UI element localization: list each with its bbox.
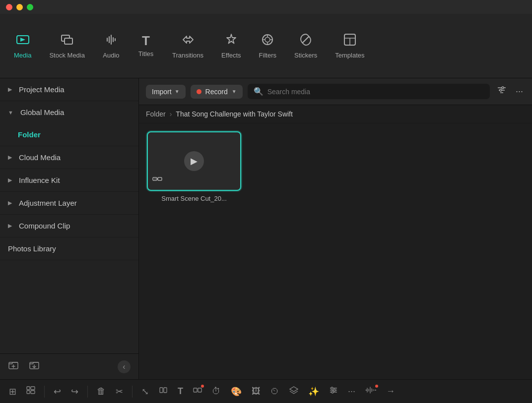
sidebar-section-cloud-media: ▶ Cloud Media bbox=[0, 146, 138, 169]
clock-icon[interactable]: ⏱ bbox=[209, 384, 224, 399]
collapse-icon: ‹ bbox=[123, 362, 125, 371]
filters-icon bbox=[261, 33, 274, 49]
adjust-icon[interactable] bbox=[326, 384, 341, 399]
import-chevron-icon: ▼ bbox=[175, 89, 180, 94]
right-arrow-icon[interactable]: → bbox=[383, 384, 398, 399]
sidebar-item-influence-kit[interactable]: ▶ Influence Kit bbox=[0, 169, 138, 191]
sidebar-item-project-media[interactable]: ▶ Project Media bbox=[0, 78, 138, 101]
grid-view-icon[interactable]: ⊞ bbox=[6, 384, 19, 399]
nav-item-stickers[interactable]: Stickers bbox=[285, 28, 326, 64]
record-button[interactable]: Record ▼ bbox=[191, 85, 243, 99]
sidebar-label-cloud-media: Cloud Media bbox=[19, 153, 61, 162]
nav-label-transitions: Transitions bbox=[172, 52, 203, 59]
sidebar-item-compound-clip[interactable]: ▶ Compound Clip bbox=[0, 215, 138, 237]
top-navigation: Media Stock Media Audio T Titles Transit… bbox=[0, 14, 532, 78]
transitions-icon bbox=[181, 33, 195, 49]
sidebar-section-compound-clip: ▶ Compound Clip bbox=[0, 215, 138, 237]
nav-label-audio: Audio bbox=[103, 52, 119, 59]
text-icon[interactable]: T bbox=[175, 384, 186, 399]
toolbar-right-actions: ··· bbox=[495, 83, 525, 100]
templates-icon bbox=[343, 33, 357, 49]
sidebar: ▶ Project Media ▼ Global Media Folder ▶ … bbox=[0, 78, 139, 379]
main-layout: ▶ Project Media ▼ Global Media Folder ▶ … bbox=[0, 78, 532, 379]
undo-icon[interactable]: ↩ bbox=[51, 384, 64, 399]
filter-icon[interactable] bbox=[495, 83, 509, 100]
stock-media-icon bbox=[60, 33, 74, 49]
svg-point-4 bbox=[265, 37, 270, 42]
scene-cut-icon bbox=[152, 173, 163, 187]
media-item-smart-scene-cut[interactable]: ▶ Smart Scene Cut_20... bbox=[147, 131, 241, 202]
separator-1 bbox=[44, 386, 45, 398]
image-icon[interactable]: 🖼 bbox=[249, 384, 264, 399]
sidebar-section-global-media: ▼ Global Media Folder bbox=[0, 101, 138, 146]
trash-icon[interactable]: 🗑 bbox=[94, 384, 109, 399]
breadcrumb-separator: › bbox=[170, 110, 172, 118]
nav-item-titles[interactable]: T Titles bbox=[129, 29, 163, 62]
nav-label-titles: Titles bbox=[138, 50, 154, 58]
sidebar-label-folder: Folder bbox=[18, 130, 41, 139]
sidebar-item-folder[interactable]: Folder bbox=[0, 123, 138, 146]
add-folder-icon[interactable] bbox=[8, 360, 19, 373]
separator-3 bbox=[132, 386, 133, 398]
sidebar-item-cloud-media[interactable]: ▶ Cloud Media bbox=[0, 146, 138, 169]
sidebar-section-adjustment-layer: ▶ Adjustment Layer bbox=[0, 192, 138, 215]
sidebar-section-photos-library: Photos Library bbox=[0, 237, 138, 260]
svg-point-26 bbox=[331, 387, 333, 389]
split-icon[interactable] bbox=[190, 384, 205, 399]
timer-icon[interactable]: ⏲ bbox=[267, 384, 282, 399]
import-button[interactable]: Import ▼ bbox=[146, 85, 186, 99]
layers-icon[interactable] bbox=[286, 384, 301, 399]
scissors-icon[interactable]: ✂ bbox=[113, 384, 126, 399]
nav-item-templates[interactable]: Templates bbox=[326, 28, 373, 64]
media-icon bbox=[16, 33, 30, 49]
breadcrumb-root[interactable]: Folder bbox=[146, 110, 166, 118]
svg-rect-18 bbox=[27, 387, 30, 390]
sidebar-item-photos-library[interactable]: Photos Library bbox=[0, 237, 138, 260]
arrow-icon-project-media: ▶ bbox=[8, 86, 12, 93]
svg-rect-24 bbox=[194, 388, 197, 392]
record-label: Record bbox=[205, 88, 228, 96]
group-icon[interactable] bbox=[156, 384, 171, 399]
svg-rect-2 bbox=[65, 38, 72, 44]
nav-label-stickers: Stickers bbox=[294, 52, 317, 59]
sidebar-section-influence-kit: ▶ Influence Kit bbox=[0, 169, 138, 192]
close-button[interactable] bbox=[6, 4, 12, 10]
maximize-button[interactable] bbox=[27, 4, 33, 10]
nav-item-stock-media[interactable]: Stock Media bbox=[40, 28, 94, 64]
nav-item-media[interactable]: Media bbox=[5, 28, 40, 64]
more-icon[interactable]: ··· bbox=[345, 384, 358, 399]
search-icon: 🔍 bbox=[254, 87, 264, 96]
svg-rect-20 bbox=[31, 387, 35, 390]
transform-icon[interactable]: ⤡ bbox=[138, 384, 152, 399]
nav-item-effects[interactable]: Effects bbox=[212, 28, 250, 64]
collapse-sidebar-button[interactable]: ‹ bbox=[118, 360, 131, 373]
arrow-icon-influence-kit: ▶ bbox=[8, 177, 12, 183]
nav-label-filters: Filters bbox=[259, 52, 276, 59]
waveform-icon[interactable] bbox=[362, 384, 379, 399]
bottom-toolbar: ⊞ ↩ ↪ 🗑 ✂ ⤡ T ⏱ 🎨 🖼 ⏲ ✨ bbox=[0, 379, 532, 403]
search-bar: 🔍 bbox=[248, 84, 490, 99]
svg-rect-19 bbox=[27, 391, 30, 394]
nav-label-stock-media: Stock Media bbox=[49, 52, 85, 59]
redo-icon[interactable]: ↪ bbox=[68, 384, 81, 399]
more-options-icon[interactable]: ··· bbox=[514, 84, 525, 99]
nav-label-templates: Templates bbox=[335, 52, 364, 59]
nav-item-audio[interactable]: Audio bbox=[94, 28, 129, 64]
sidebar-item-global-media[interactable]: ▼ Global Media bbox=[0, 101, 138, 123]
nav-item-filters[interactable]: Filters bbox=[250, 28, 285, 64]
sidebar-item-adjustment-layer[interactable]: ▶ Adjustment Layer bbox=[0, 192, 138, 214]
content-toolbar: Import ▼ Record ▼ 🔍 bbox=[139, 78, 532, 105]
sidebar-label-photos-library: Photos Library bbox=[8, 244, 56, 253]
media-grid: ▶ Smart Scene Cut_20... bbox=[139, 123, 532, 379]
list-view-icon[interactable] bbox=[23, 384, 38, 399]
palette-icon[interactable]: 🎨 bbox=[228, 384, 245, 399]
minimize-button[interactable] bbox=[16, 4, 23, 10]
nav-item-transitions[interactable]: Transitions bbox=[163, 28, 212, 64]
media-item-label: Smart Scene Cut_20... bbox=[161, 195, 227, 202]
separator-2 bbox=[87, 386, 88, 398]
wand-icon[interactable]: ✨ bbox=[305, 384, 322, 399]
sidebar-label-adjustment-layer: Adjustment Layer bbox=[19, 199, 77, 207]
import-folder-icon[interactable] bbox=[29, 360, 40, 373]
svg-rect-21 bbox=[31, 391, 35, 394]
search-input[interactable] bbox=[267, 88, 484, 96]
